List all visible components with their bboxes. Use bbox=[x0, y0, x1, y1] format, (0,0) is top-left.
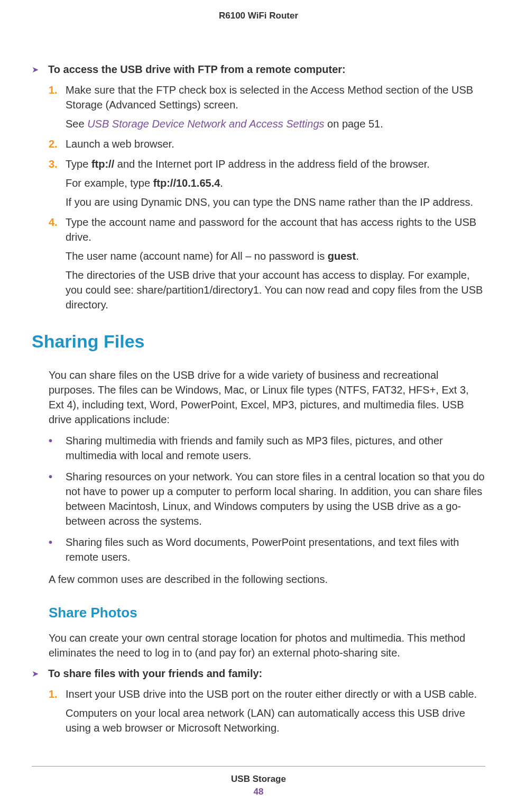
bullet-icon: • bbox=[49, 469, 66, 484]
page-header: R6100 WiFi Router bbox=[32, 11, 485, 21]
procedure-1-title-text: To access the USB drive with FTP from a … bbox=[48, 63, 346, 76]
procedure-2-title-text: To share files with your friends and fam… bbox=[48, 668, 262, 680]
cross-reference-link[interactable]: USB Storage Device Network and Access Se… bbox=[87, 118, 324, 130]
step-3: 3. Type ftp:// and the Internet port IP … bbox=[49, 157, 485, 171]
footer-page-number: 48 bbox=[32, 787, 485, 797]
bold-text: guest bbox=[328, 250, 356, 262]
bullet-item: • Sharing multimedia with friends and fa… bbox=[49, 433, 485, 463]
step-4: 4. Type the account name and password fo… bbox=[49, 215, 485, 244]
heading-share-photos: Share Photos bbox=[49, 605, 485, 621]
text-post: . bbox=[356, 250, 359, 262]
step-number: 4. bbox=[49, 215, 66, 230]
procedure-1-title: ➤ To access the USB drive with FTP from … bbox=[32, 63, 485, 76]
step-number: 1. bbox=[49, 83, 66, 97]
step-4-username: The user name (account name) for All – n… bbox=[66, 249, 485, 263]
text-pre: For example, type bbox=[66, 177, 153, 189]
bullet-text: Sharing files such as Word documents, Po… bbox=[66, 535, 485, 564]
sharing-outro: A few common uses are described in the f… bbox=[49, 572, 485, 587]
bullet-text: Sharing multimedia with friends and fami… bbox=[66, 433, 485, 463]
proc2-step-1-note: Computers on your local area network (LA… bbox=[66, 706, 485, 735]
arrow-right-icon: ➤ bbox=[32, 63, 39, 76]
text-pre: The user name (account name) for All – n… bbox=[66, 250, 328, 262]
step-1-note: See USB Storage Device Network and Acces… bbox=[66, 116, 485, 131]
bullet-item: • Sharing files such as Word documents, … bbox=[49, 535, 485, 564]
step-1: 1. Make sure that the FTP check box is s… bbox=[49, 83, 485, 112]
step-2: 2. Launch a web browser. bbox=[49, 136, 485, 151]
step-text: Insert your USB drive into the USB port … bbox=[66, 687, 485, 701]
step-text: Type ftp:// and the Internet port IP add… bbox=[66, 157, 485, 171]
text-post: . bbox=[220, 177, 223, 189]
heading-sharing-files: Sharing Files bbox=[32, 331, 485, 352]
text-post: and the Internet port IP address in the … bbox=[114, 158, 430, 170]
bold-text: ftp:// bbox=[91, 158, 114, 170]
bullet-icon: • bbox=[49, 535, 66, 550]
step-4-directories: The directories of the USB drive that yo… bbox=[66, 268, 485, 312]
step-number: 1. bbox=[49, 687, 66, 701]
sharing-intro: You can share files on the USB drive for… bbox=[49, 368, 485, 427]
step-text: Make sure that the FTP check box is sele… bbox=[66, 83, 485, 112]
bullet-icon: • bbox=[49, 433, 66, 448]
procedure-2-title: ➤ To share files with your friends and f… bbox=[32, 668, 485, 680]
text-suffix: on page 51. bbox=[325, 118, 383, 130]
footer-section-title: USB Storage bbox=[32, 774, 485, 784]
share-photos-intro: You can create your own central storage … bbox=[49, 631, 485, 660]
step-3-dns-note: If you are using Dynamic DNS, you can ty… bbox=[66, 195, 485, 209]
text-pre: Type bbox=[66, 158, 91, 170]
step-text: Type the account name and password for t… bbox=[66, 215, 485, 244]
arrow-right-icon: ➤ bbox=[32, 668, 39, 680]
bullet-item: • Sharing resources on your network. You… bbox=[49, 469, 485, 528]
step-3-example: For example, type ftp://10.1.65.4. bbox=[66, 176, 485, 190]
page-footer: USB Storage 48 bbox=[32, 766, 485, 797]
step-text: Launch a web browser. bbox=[66, 136, 485, 151]
bold-text: ftp://10.1.65.4 bbox=[153, 177, 220, 189]
step-number: 2. bbox=[49, 136, 66, 151]
text-prefix: See bbox=[66, 118, 87, 130]
bullet-text: Sharing resources on your network. You c… bbox=[66, 469, 485, 528]
step-number: 3. bbox=[49, 157, 66, 171]
proc2-step-1: 1. Insert your USB drive into the USB po… bbox=[49, 687, 485, 701]
